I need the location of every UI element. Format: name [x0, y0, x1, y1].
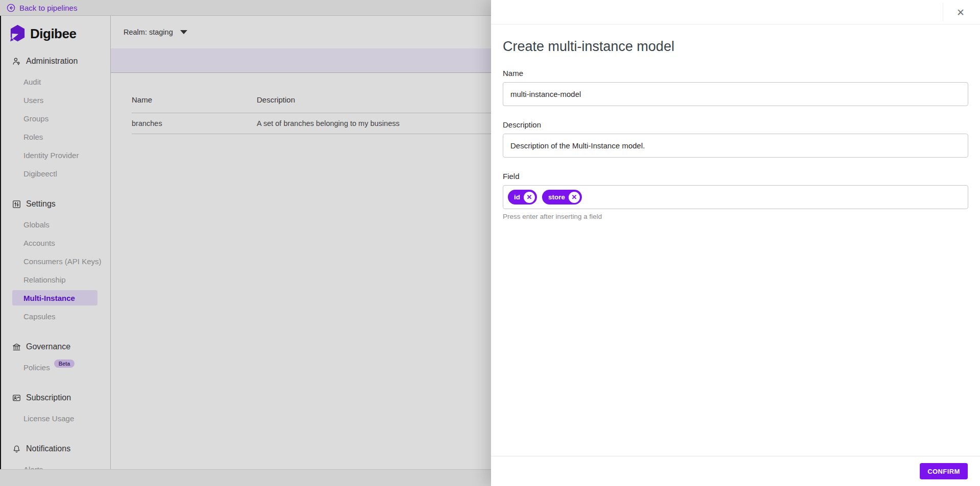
header-separator [943, 3, 943, 21]
chip-label: id [514, 193, 520, 201]
chip-remove-icon[interactable]: ✕ [524, 192, 535, 203]
create-model-drawer: ✕ Create multi-instance model Name Descr… [491, 0, 980, 486]
field-chip-id: id✕ [508, 190, 537, 204]
confirm-button[interactable]: CONFIRM [920, 463, 968, 479]
drawer-footer: CONFIRM [491, 456, 980, 486]
drawer-title: Create multi-instance model [503, 39, 968, 55]
name-input[interactable] [503, 82, 968, 106]
field-helper-text: Press enter after inserting a field [503, 213, 968, 220]
description-label: Description [503, 120, 968, 129]
drawer-body: Create multi-instance model Name Descrip… [491, 24, 980, 220]
field-label: Field [503, 172, 968, 181]
app-window: Back to pipelines Digibee Administration… [0, 0, 980, 486]
description-input[interactable] [503, 134, 968, 158]
field-chips-input[interactable]: id✕store✕ [503, 185, 968, 209]
close-icon[interactable]: ✕ [951, 3, 970, 21]
drawer-header: ✕ [491, 0, 980, 24]
chip-remove-icon[interactable]: ✕ [569, 192, 580, 203]
name-label: Name [503, 69, 968, 78]
chip-label: store [548, 193, 565, 201]
field-chip-store: store✕ [542, 190, 582, 204]
